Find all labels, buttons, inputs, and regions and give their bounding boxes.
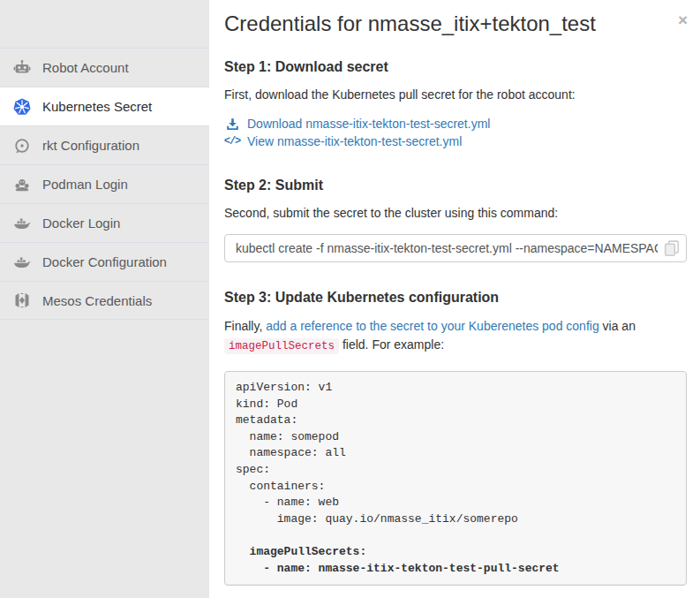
mesos-icon — [13, 291, 31, 309]
sidebar-item-list: Robot Account Ku — [0, 48, 209, 320]
download-link-label: Download nmasse-itix-tekton-test-secret.… — [247, 117, 490, 131]
sidebar-item-docker-configuration[interactable]: Docker Configuration — [0, 242, 209, 281]
sidebar-item-kubernetes-secret[interactable]: Kubernetes Secret — [0, 87, 209, 125]
sidebar-item-label: Podman Login — [42, 177, 128, 192]
credentials-sidebar: Robot Account Ku — [0, 0, 209, 598]
sidebar-item-rkt-configuration[interactable]: rkt Configuration — [0, 125, 209, 164]
step3-text-after-link: via an — [599, 319, 636, 333]
credentials-modal-body: × Credentials for nmasse_itix+tekton_tes… — [209, 0, 700, 598]
step1-heading: Step 1: Download secret — [224, 59, 687, 75]
kubernetes-icon — [13, 98, 31, 116]
modal-title: Credentials for nmasse_itix+tekton_test — [224, 11, 687, 37]
podman-icon — [13, 176, 31, 193]
sidebar-item-robot-account[interactable]: Robot Account — [0, 48, 209, 87]
pod-yaml-example: apiVersion: v1 kind: Pod metadata: name:… — [224, 371, 687, 586]
download-icon — [224, 117, 240, 131]
robot-icon — [13, 59, 31, 77]
view-secret-link[interactable]: </> View nmasse-itix-tekton-test-secret.… — [224, 132, 687, 150]
pod-config-link[interactable]: add a reference to the secret to your Ku… — [266, 319, 598, 333]
sidebar-item-podman-login[interactable]: Podman Login — [0, 164, 209, 203]
view-link-label: View nmasse-itix-tekton-test-secret.yml — [247, 134, 462, 148]
sidebar-item-label: Docker Login — [42, 216, 120, 231]
docker-icon — [13, 215, 31, 232]
download-secret-link[interactable]: Download nmasse-itix-tekton-test-secret.… — [224, 115, 687, 132]
copy-icon[interactable] — [664, 240, 680, 256]
kubectl-command-box — [224, 234, 687, 262]
sidebar-item-label: Kubernetes Secret — [42, 99, 152, 114]
sidebar-item-label: Docker Configuration — [42, 254, 167, 269]
step2-heading: Step 2: Submit — [224, 178, 687, 193]
step1-description: First, download the Kubernetes pull secr… — [224, 87, 687, 102]
close-icon[interactable]: × — [678, 11, 688, 28]
docker-icon — [13, 254, 31, 271]
yaml-normal-part: apiVersion: v1 kind: Pod metadata: name:… — [236, 381, 518, 526]
yaml-bold-part: imagePullSecrets: - name: nmasse-itix-te… — [236, 545, 560, 575]
kubectl-command-input[interactable] — [224, 234, 687, 262]
rkt-icon — [13, 137, 31, 155]
sidebar-item-docker-login[interactable]: Docker Login — [0, 203, 209, 242]
image-pull-secrets-chip: imagePullSecrets — [224, 338, 339, 354]
code-icon: </> — [224, 135, 240, 148]
secret-file-links: Download nmasse-itix-tekton-test-secret.… — [224, 115, 687, 150]
step3-text-before-link: Finally, — [224, 319, 266, 333]
step3-text-after-chip: field. For example: — [339, 337, 444, 352]
step3-heading: Step 3: Update Kubernetes configuration — [224, 290, 687, 306]
sidebar-item-label: Robot Account — [42, 60, 129, 75]
sidebar-item-mesos-credentials[interactable]: Mesos Credentials — [0, 281, 209, 320]
sidebar-item-label: Mesos Credentials — [42, 293, 152, 308]
step2-description: Second, submit the secret to the cluster… — [224, 205, 687, 221]
step3-description: Finally, add a reference to the secret t… — [224, 317, 687, 356]
sidebar-item-label: rkt Configuration — [42, 138, 139, 153]
